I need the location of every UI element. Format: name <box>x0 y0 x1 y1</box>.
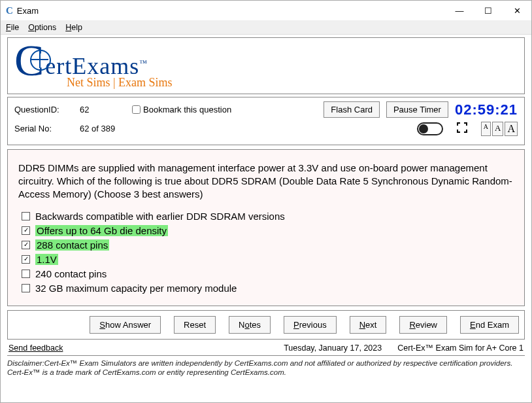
answer-text: 240 contact pins <box>35 268 107 279</box>
info-panel: QuestionID: 62 Bookmark this question Fl… <box>7 97 525 145</box>
status-product: Cert-Ex™ Exam Sim for A+ Core 1 <box>397 343 524 353</box>
status-bar: Send feedback Tuesday, January 17, 2023 … <box>7 341 525 356</box>
action-bar: Show Answer Reset Notes Previous Next Re… <box>7 310 525 340</box>
menu-bar: File Options Help <box>1 20 531 35</box>
pause-timer-button[interactable]: Pause Timer <box>386 101 448 118</box>
theme-toggle[interactable] <box>417 122 443 135</box>
menu-help[interactable]: Help <box>65 23 82 32</box>
answer-checkbox[interactable] <box>22 212 30 220</box>
bookmark-input[interactable] <box>132 105 141 114</box>
logo-mark: C <box>14 42 44 80</box>
logo-tagline: Net Sims | Exam Sims <box>67 76 518 90</box>
app-icon: C <box>6 5 13 16</box>
answer-option[interactable]: 240 contact pins <box>22 268 514 279</box>
minimize-button[interactable]: — <box>445 1 474 20</box>
bookmark-label: Bookmark this question <box>143 105 231 114</box>
next-button[interactable]: Next <box>350 316 387 334</box>
show-answer-button[interactable]: Show Answer <box>90 316 161 334</box>
serial-value: 62 of 389 <box>80 124 158 133</box>
status-date: Tuesday, January 17, 2023 <box>284 343 382 353</box>
fullscreen-icon[interactable] <box>456 122 468 136</box>
maximize-button[interactable]: ☐ <box>474 1 503 20</box>
font-small-button[interactable]: A <box>481 122 491 136</box>
answer-option[interactable]: 1.1V <box>22 254 514 265</box>
timer-display: 02:59:21 <box>455 101 518 118</box>
menu-options[interactable]: Options <box>28 23 56 32</box>
answer-text: 288 contact pins <box>35 239 109 251</box>
flash-card-button[interactable]: Flash Card <box>324 101 380 118</box>
answer-text: 1.1V <box>35 254 58 265</box>
send-feedback-link[interactable]: Send feedback <box>8 343 63 353</box>
bookmark-checkbox[interactable]: Bookmark this question <box>132 105 231 114</box>
answer-text: Backwards compatible with earlier DDR SD… <box>35 211 285 222</box>
logo-panel: C ertExams™ Net Sims | Exam Sims <box>7 37 525 94</box>
font-medium-button[interactable]: A <box>492 122 503 136</box>
end-exam-button[interactable]: End Exam <box>460 316 519 334</box>
answer-text: Offers up to 64 Gb die density <box>35 225 168 236</box>
answer-checkbox[interactable] <box>22 270 30 278</box>
close-button[interactable]: ✕ <box>503 1 531 20</box>
answer-checkbox[interactable] <box>22 255 30 264</box>
answer-option[interactable]: 32 GB maximum capacity per memory module <box>22 283 514 294</box>
font-large-button[interactable]: A <box>505 122 518 136</box>
menu-file[interactable]: File <box>6 23 19 32</box>
previous-button[interactable]: Previous <box>284 316 337 334</box>
answer-option[interactable]: 288 contact pins <box>22 239 514 251</box>
answer-option[interactable]: Offers up to 64 Gb die density <box>22 225 514 236</box>
serial-label: Serial No: <box>14 124 80 133</box>
disclaimer-text: Disclaimer:Cert-Ex™ Exam Simulators are … <box>7 359 525 378</box>
question-id-value: 62 <box>80 105 132 114</box>
answer-text: 32 GB maximum capacity per memory module <box>35 283 237 294</box>
question-panel: DDR5 DIMMs are supplied with management … <box>7 149 525 306</box>
window-title: Exam <box>17 6 39 16</box>
answer-checkbox[interactable] <box>22 226 30 235</box>
answer-checkbox[interactable] <box>22 284 30 292</box>
reset-button[interactable]: Reset <box>174 316 216 334</box>
answers-list: Backwards compatible with earlier DDR SD… <box>18 211 514 294</box>
answer-option[interactable]: Backwards compatible with earlier DDR SD… <box>22 211 514 222</box>
answer-checkbox[interactable] <box>22 241 30 249</box>
font-size-controls: A A A <box>481 122 518 136</box>
question-id-label: QuestionID: <box>14 105 80 114</box>
question-text: DDR5 DIMMs are supplied with management … <box>18 162 514 202</box>
review-button[interactable]: Review <box>399 316 447 334</box>
notes-button[interactable]: Notes <box>229 316 271 334</box>
title-bar: C Exam — ☐ ✕ <box>1 1 531 20</box>
